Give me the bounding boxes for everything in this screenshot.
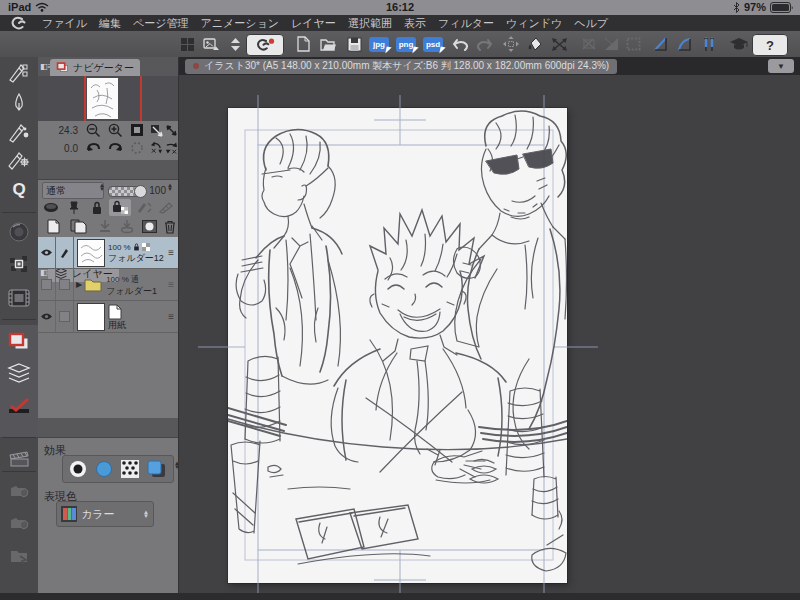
snap-ruler-disabled-button[interactable] xyxy=(578,34,600,54)
halftone-effect-button[interactable] xyxy=(119,459,141,479)
transform-button[interactable] xyxy=(548,34,570,54)
ruler-range-button-disabled[interactable] xyxy=(156,200,176,215)
layer-palette-icon[interactable] xyxy=(5,361,33,387)
export-psd-button[interactable]: psd xyxy=(422,34,444,54)
paint-bucket-button[interactable] xyxy=(524,34,546,54)
canvas-viewport[interactable] xyxy=(178,75,800,600)
delete-layer-button[interactable] xyxy=(162,218,178,235)
material-palette-2-icon[interactable] xyxy=(5,511,33,537)
effect-stepper[interactable]: ▲▼ xyxy=(174,461,180,469)
rotate-left-button[interactable] xyxy=(84,140,102,156)
reference-film-icon[interactable] xyxy=(5,283,33,313)
menu-animation[interactable]: アニメーション xyxy=(201,16,280,31)
layer-visibility-toggle[interactable] xyxy=(38,301,56,332)
layer-row-paper[interactable]: 用紙 ≡ xyxy=(38,301,178,333)
color-set-icon[interactable] xyxy=(5,251,33,277)
snap-curve-button[interactable] xyxy=(674,34,696,54)
zoom-in-button[interactable] xyxy=(106,122,124,138)
export-png-button[interactable]: png xyxy=(395,34,417,54)
tab-list-dropdown-button[interactable]: ▼ xyxy=(768,59,794,73)
layer-menu-handle[interactable]: ≡ xyxy=(168,247,174,258)
share-screenshot-button[interactable] xyxy=(200,34,222,54)
layer-visibility-toggle[interactable] xyxy=(38,237,56,268)
export-jpg-button[interactable]: jpg xyxy=(368,34,390,54)
clipping-mask-button[interactable] xyxy=(42,200,60,215)
menu-layer[interactable]: レイヤー xyxy=(291,16,336,31)
tutorial-button[interactable] xyxy=(728,34,750,54)
layer-visibility-toggle-off[interactable] xyxy=(38,269,56,300)
transfer-down-button-disabled[interactable] xyxy=(96,218,114,235)
undo-button[interactable] xyxy=(450,34,472,54)
zoom-100-page-button[interactable] xyxy=(150,122,163,138)
clip-studio-home-button[interactable] xyxy=(246,34,284,56)
snap-grid-disabled-button[interactable] xyxy=(622,34,644,54)
reset-rotation-button[interactable] xyxy=(128,140,146,156)
layer-row-folder12[interactable]: 100 % フォルダー12 ≡ xyxy=(38,237,178,269)
opacity-slider[interactable] xyxy=(108,186,144,197)
enable-keyframes-button-disabled[interactable] xyxy=(134,200,154,215)
clip-studio-logo-icon[interactable] xyxy=(10,16,28,30)
zoom-100-button[interactable] xyxy=(165,122,178,138)
tool-pen-icon[interactable] xyxy=(5,90,33,116)
help-button[interactable]: ? xyxy=(752,34,788,56)
new-canvas-button[interactable] xyxy=(292,34,314,54)
color-wheel-icon[interactable] xyxy=(5,219,33,245)
navigator-palette-icon[interactable] xyxy=(5,329,33,355)
border-effect-button[interactable] xyxy=(67,459,89,479)
lock-layer-button[interactable] xyxy=(88,200,106,215)
menu-file[interactable]: ファイル xyxy=(42,16,87,31)
menu-selection[interactable]: 選択範囲 xyxy=(348,16,392,31)
redo-button[interactable] xyxy=(473,34,495,54)
menu-help[interactable]: ヘルプ xyxy=(574,16,608,31)
document-tab[interactable]: イラスト30* (A5 148.00 x 210.00mm 製本サイズ:B6 判… xyxy=(185,59,617,74)
expression-color-stepper[interactable]: ▲▼ xyxy=(143,510,149,518)
flip-vertical-button[interactable] xyxy=(165,140,178,156)
layer-menu-handle[interactable]: ≡ xyxy=(168,311,174,322)
pin-layer-button[interactable] xyxy=(65,200,83,215)
material-download-icon[interactable] xyxy=(5,543,33,569)
toolbar-updown-button[interactable] xyxy=(224,34,246,54)
menu-view[interactable]: 表示 xyxy=(404,16,426,31)
snap-special-disabled-button[interactable] xyxy=(600,34,622,54)
opacity-stepper[interactable]: ▲▼ xyxy=(167,183,173,191)
layer-color-effect-button[interactable] xyxy=(145,459,167,479)
layer-draw-target-off[interactable] xyxy=(56,269,74,300)
workspace-grid-button[interactable] xyxy=(176,34,198,54)
layer-draw-target-off[interactable] xyxy=(56,301,74,332)
tool-subtool-icon[interactable] xyxy=(5,60,33,86)
folder-expand-arrow[interactable]: ▶ xyxy=(76,280,82,289)
tool-settings-icon[interactable] xyxy=(5,147,33,173)
merge-down-button-disabled[interactable] xyxy=(118,218,136,235)
new-folder-button[interactable] xyxy=(68,218,88,235)
menu-window[interactable]: ウィンドウ xyxy=(506,16,562,31)
save-button[interactable] xyxy=(343,34,365,54)
zoom-out-button[interactable] xyxy=(84,122,102,138)
menu-page-manage[interactable]: ページ管理 xyxy=(133,16,189,31)
navigator-viewport[interactable] xyxy=(38,76,178,121)
flip-horizontal-button[interactable] xyxy=(150,140,163,156)
blend-mode-select[interactable]: 通常 xyxy=(42,182,104,199)
layer-mask-button[interactable] xyxy=(140,218,158,235)
layer-property-palette-icon[interactable] xyxy=(5,393,33,419)
move-screen-button[interactable] xyxy=(500,34,522,54)
tool-brush-size-icon[interactable] xyxy=(5,120,33,146)
tone-effect-button[interactable] xyxy=(93,459,115,479)
material-palette-icon[interactable] xyxy=(5,479,33,505)
snap-vanishing-button[interactable] xyxy=(698,34,720,54)
new-layer-button[interactable] xyxy=(44,218,62,235)
open-file-button[interactable] xyxy=(317,34,339,54)
timeline-palette-icon[interactable] xyxy=(5,445,33,471)
fit-to-screen-button[interactable] xyxy=(128,122,146,138)
layer-menu-handle[interactable]: ≡ xyxy=(168,279,174,290)
menu-edit[interactable]: 編集 xyxy=(99,16,121,31)
snap-line-button[interactable] xyxy=(650,34,672,54)
rotate-right-button[interactable] xyxy=(106,140,124,156)
navigator-tab[interactable]: ナビゲーター xyxy=(50,59,140,76)
blend-mode-stepper[interactable]: ▲▼ xyxy=(99,183,105,191)
layer-row-folder1[interactable]: ▶ 100 % 通 フォルダー1 ≡ xyxy=(38,269,178,301)
layer-draw-target[interactable] xyxy=(56,237,74,268)
quick-access-icon[interactable]: Q xyxy=(5,177,33,203)
menu-filter[interactable]: フィルター xyxy=(438,16,494,31)
expression-color-select[interactable]: カラー ▲▼ xyxy=(56,501,154,527)
lock-transparent-pixels-button[interactable] xyxy=(109,199,131,216)
